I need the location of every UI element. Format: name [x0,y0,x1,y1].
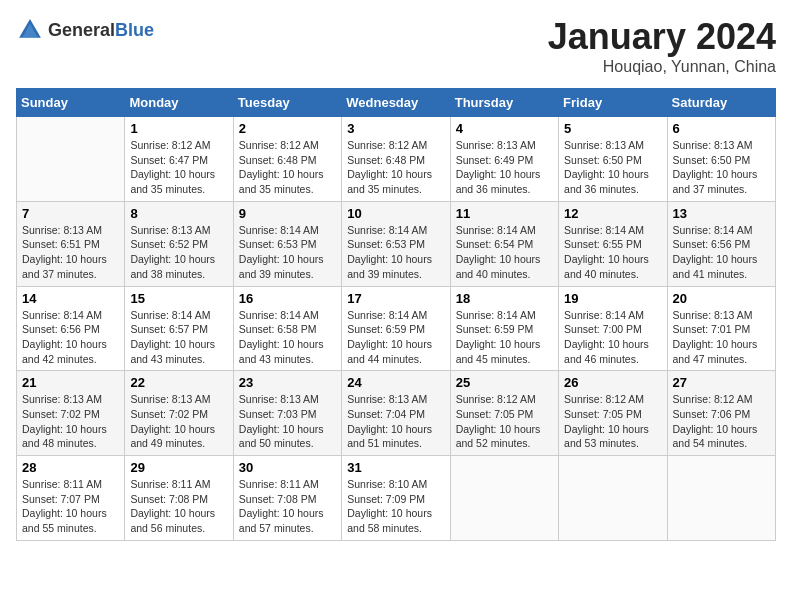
day-info: Sunrise: 8:11 AMSunset: 7:08 PMDaylight:… [239,477,336,536]
calendar-cell: 14Sunrise: 8:14 AMSunset: 6:56 PMDayligh… [17,286,125,371]
calendar-cell: 23Sunrise: 8:13 AMSunset: 7:03 PMDayligh… [233,371,341,456]
day-info: Sunrise: 8:13 AMSunset: 6:50 PMDaylight:… [564,138,661,197]
day-number: 21 [22,375,119,390]
calendar-week-row: 7Sunrise: 8:13 AMSunset: 6:51 PMDaylight… [17,201,776,286]
day-info: Sunrise: 8:13 AMSunset: 7:02 PMDaylight:… [22,392,119,451]
weekday-header-row: SundayMondayTuesdayWednesdayThursdayFrid… [17,89,776,117]
logo-text-general: General [48,20,115,40]
calendar-title: January 2024 [548,16,776,58]
weekday-header-saturday: Saturday [667,89,775,117]
day-number: 13 [673,206,770,221]
day-info: Sunrise: 8:14 AMSunset: 6:56 PMDaylight:… [22,308,119,367]
day-number: 29 [130,460,227,475]
day-info: Sunrise: 8:13 AMSunset: 7:03 PMDaylight:… [239,392,336,451]
calendar-cell: 10Sunrise: 8:14 AMSunset: 6:53 PMDayligh… [342,201,450,286]
day-info: Sunrise: 8:13 AMSunset: 6:52 PMDaylight:… [130,223,227,282]
day-number: 18 [456,291,553,306]
calendar-cell: 24Sunrise: 8:13 AMSunset: 7:04 PMDayligh… [342,371,450,456]
calendar-cell: 1Sunrise: 8:12 AMSunset: 6:47 PMDaylight… [125,117,233,202]
calendar-cell [667,456,775,541]
day-number: 4 [456,121,553,136]
day-number: 24 [347,375,444,390]
day-number: 8 [130,206,227,221]
day-number: 22 [130,375,227,390]
calendar-cell: 21Sunrise: 8:13 AMSunset: 7:02 PMDayligh… [17,371,125,456]
day-info: Sunrise: 8:10 AMSunset: 7:09 PMDaylight:… [347,477,444,536]
day-number: 30 [239,460,336,475]
day-info: Sunrise: 8:12 AMSunset: 6:48 PMDaylight:… [347,138,444,197]
weekday-header-thursday: Thursday [450,89,558,117]
day-number: 19 [564,291,661,306]
day-info: Sunrise: 8:14 AMSunset: 6:54 PMDaylight:… [456,223,553,282]
day-info: Sunrise: 8:14 AMSunset: 6:53 PMDaylight:… [239,223,336,282]
calendar-week-row: 28Sunrise: 8:11 AMSunset: 7:07 PMDayligh… [17,456,776,541]
weekday-header-tuesday: Tuesday [233,89,341,117]
day-number: 28 [22,460,119,475]
day-info: Sunrise: 8:11 AMSunset: 7:07 PMDaylight:… [22,477,119,536]
day-info: Sunrise: 8:14 AMSunset: 6:56 PMDaylight:… [673,223,770,282]
day-number: 5 [564,121,661,136]
calendar-cell: 9Sunrise: 8:14 AMSunset: 6:53 PMDaylight… [233,201,341,286]
calendar-cell: 8Sunrise: 8:13 AMSunset: 6:52 PMDaylight… [125,201,233,286]
day-number: 11 [456,206,553,221]
day-info: Sunrise: 8:14 AMSunset: 6:59 PMDaylight:… [347,308,444,367]
calendar-cell: 7Sunrise: 8:13 AMSunset: 6:51 PMDaylight… [17,201,125,286]
day-number: 12 [564,206,661,221]
weekday-header-monday: Monday [125,89,233,117]
calendar-week-row: 21Sunrise: 8:13 AMSunset: 7:02 PMDayligh… [17,371,776,456]
calendar-cell: 28Sunrise: 8:11 AMSunset: 7:07 PMDayligh… [17,456,125,541]
logo-text-blue: Blue [115,20,154,40]
calendar-cell: 6Sunrise: 8:13 AMSunset: 6:50 PMDaylight… [667,117,775,202]
day-number: 2 [239,121,336,136]
day-info: Sunrise: 8:14 AMSunset: 6:55 PMDaylight:… [564,223,661,282]
day-info: Sunrise: 8:12 AMSunset: 7:05 PMDaylight:… [456,392,553,451]
calendar-cell: 5Sunrise: 8:13 AMSunset: 6:50 PMDaylight… [559,117,667,202]
day-number: 9 [239,206,336,221]
title-block: January 2024 Houqiao, Yunnan, China [548,16,776,76]
day-info: Sunrise: 8:13 AMSunset: 6:50 PMDaylight:… [673,138,770,197]
day-info: Sunrise: 8:13 AMSunset: 6:49 PMDaylight:… [456,138,553,197]
day-number: 25 [456,375,553,390]
weekday-header-wednesday: Wednesday [342,89,450,117]
calendar-cell: 18Sunrise: 8:14 AMSunset: 6:59 PMDayligh… [450,286,558,371]
calendar-subtitle: Houqiao, Yunnan, China [548,58,776,76]
day-number: 14 [22,291,119,306]
calendar-cell: 3Sunrise: 8:12 AMSunset: 6:48 PMDaylight… [342,117,450,202]
day-number: 26 [564,375,661,390]
calendar-cell: 26Sunrise: 8:12 AMSunset: 7:05 PMDayligh… [559,371,667,456]
day-info: Sunrise: 8:14 AMSunset: 6:59 PMDaylight:… [456,308,553,367]
day-number: 7 [22,206,119,221]
day-info: Sunrise: 8:12 AMSunset: 6:48 PMDaylight:… [239,138,336,197]
day-info: Sunrise: 8:13 AMSunset: 7:04 PMDaylight:… [347,392,444,451]
calendar-cell: 20Sunrise: 8:13 AMSunset: 7:01 PMDayligh… [667,286,775,371]
day-number: 27 [673,375,770,390]
calendar-cell: 25Sunrise: 8:12 AMSunset: 7:05 PMDayligh… [450,371,558,456]
day-number: 20 [673,291,770,306]
calendar-cell: 12Sunrise: 8:14 AMSunset: 6:55 PMDayligh… [559,201,667,286]
day-number: 31 [347,460,444,475]
day-info: Sunrise: 8:13 AMSunset: 6:51 PMDaylight:… [22,223,119,282]
calendar-table: SundayMondayTuesdayWednesdayThursdayFrid… [16,88,776,541]
calendar-cell: 15Sunrise: 8:14 AMSunset: 6:57 PMDayligh… [125,286,233,371]
day-info: Sunrise: 8:13 AMSunset: 7:02 PMDaylight:… [130,392,227,451]
day-info: Sunrise: 8:14 AMSunset: 6:58 PMDaylight:… [239,308,336,367]
calendar-cell: 11Sunrise: 8:14 AMSunset: 6:54 PMDayligh… [450,201,558,286]
day-info: Sunrise: 8:12 AMSunset: 7:05 PMDaylight:… [564,392,661,451]
day-number: 3 [347,121,444,136]
logo: GeneralBlue [16,16,154,44]
day-info: Sunrise: 8:14 AMSunset: 6:53 PMDaylight:… [347,223,444,282]
calendar-cell: 2Sunrise: 8:12 AMSunset: 6:48 PMDaylight… [233,117,341,202]
calendar-cell [450,456,558,541]
logo-icon [16,16,44,44]
calendar-cell: 17Sunrise: 8:14 AMSunset: 6:59 PMDayligh… [342,286,450,371]
day-info: Sunrise: 8:11 AMSunset: 7:08 PMDaylight:… [130,477,227,536]
day-number: 23 [239,375,336,390]
day-number: 10 [347,206,444,221]
day-info: Sunrise: 8:14 AMSunset: 6:57 PMDaylight:… [130,308,227,367]
calendar-cell: 19Sunrise: 8:14 AMSunset: 7:00 PMDayligh… [559,286,667,371]
calendar-cell [559,456,667,541]
day-number: 15 [130,291,227,306]
calendar-cell: 29Sunrise: 8:11 AMSunset: 7:08 PMDayligh… [125,456,233,541]
weekday-header-friday: Friday [559,89,667,117]
weekday-header-sunday: Sunday [17,89,125,117]
